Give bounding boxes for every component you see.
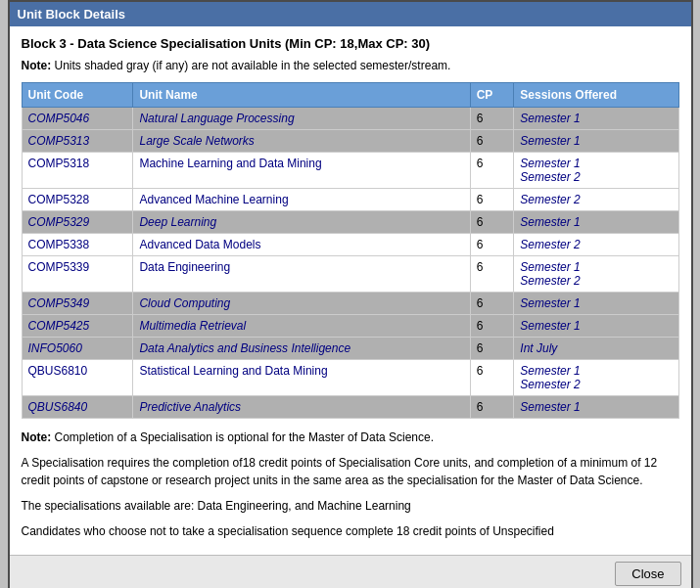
unit-sessions: Semester 2 bbox=[514, 234, 678, 256]
close-bar: Close bbox=[10, 555, 691, 588]
unit-code-link[interactable]: COMP5339 bbox=[28, 260, 90, 274]
units-table: Unit Code Unit Name CP Sessions Offered … bbox=[22, 82, 679, 419]
session-text: Semester 1 bbox=[520, 157, 580, 170]
unit-cp: 6 bbox=[470, 360, 514, 396]
unit-sessions: Semester 1 bbox=[514, 396, 678, 419]
session-text: Semester 1 bbox=[520, 400, 580, 414]
session-text: Semester 2 bbox=[520, 238, 580, 251]
session-text: Semester 2 bbox=[520, 170, 580, 184]
footer-note-text: Completion of a Specialisation is option… bbox=[55, 430, 435, 444]
unit-sessions: Semester 1 bbox=[514, 108, 678, 130]
unit-name-link[interactable]: Advanced Data Models bbox=[139, 238, 260, 251]
unit-code-link[interactable]: COMP5313 bbox=[28, 134, 90, 148]
unit-sessions: Int July bbox=[514, 338, 678, 360]
footer-para1: A Specialisation requires the completion… bbox=[22, 454, 679, 489]
table-row: QBUS6810Statistical Learning and Data Mi… bbox=[22, 360, 678, 396]
session-text: Semester 1 bbox=[520, 296, 580, 310]
table-row: COMP5318Machine Learning and Data Mining… bbox=[22, 153, 678, 189]
unit-name-link[interactable]: Data Analytics and Business Intelligence bbox=[139, 341, 350, 355]
footer-note-label: Note: bbox=[22, 430, 52, 444]
unit-cp: 6 bbox=[470, 315, 514, 338]
unit-code-link[interactable]: COMP5425 bbox=[28, 319, 90, 333]
unit-sessions: Semester 2 bbox=[514, 189, 678, 211]
close-button[interactable]: Close bbox=[615, 562, 680, 586]
unit-cp: 6 bbox=[470, 108, 514, 130]
unit-code-link[interactable]: COMP5338 bbox=[28, 238, 90, 251]
unit-code-link[interactable]: COMP5046 bbox=[28, 112, 90, 125]
session-text: Semester 1 bbox=[520, 319, 580, 333]
table-row: COMP5338Advanced Data Models6Semester 2 bbox=[22, 234, 678, 256]
unit-sessions: Semester 1 bbox=[514, 211, 678, 234]
session-text: Semester 1 bbox=[520, 364, 580, 378]
session-text: Semester 2 bbox=[520, 378, 580, 391]
footer-para3: Candidates who choose not to take a spec… bbox=[22, 522, 679, 540]
unit-sessions: Semester 1Semester 2 bbox=[514, 360, 678, 396]
col-header-name: Unit Name bbox=[133, 83, 470, 108]
unit-sessions: Semester 1 bbox=[514, 293, 678, 315]
session-text: Semester 1 bbox=[520, 134, 580, 148]
table-row: COMP5313Large Scale Networks6Semester 1 bbox=[22, 130, 678, 153]
modal-title-bar: Unit Block Details bbox=[10, 2, 691, 26]
unit-code-link[interactable]: COMP5328 bbox=[28, 193, 90, 206]
unit-sessions: Semester 1Semester 2 bbox=[514, 153, 678, 189]
table-header-row: Unit Code Unit Name CP Sessions Offered bbox=[22, 83, 678, 108]
unit-code-link[interactable]: QBUS6840 bbox=[28, 400, 88, 414]
note-line: Note: Units shaded gray (if any) are not… bbox=[22, 59, 679, 72]
unit-sessions: Semester 1Semester 2 bbox=[514, 256, 678, 293]
table-row: COMP5339Data Engineering6Semester 1Semes… bbox=[22, 256, 678, 293]
unit-code-link[interactable]: COMP5318 bbox=[28, 157, 90, 170]
unit-code-link[interactable]: COMP5329 bbox=[28, 215, 90, 229]
col-header-sessions: Sessions Offered bbox=[514, 83, 678, 108]
unit-name-link[interactable]: Statistical Learning and Data Mining bbox=[139, 364, 327, 378]
unit-name-link[interactable]: Advanced Machine Learning bbox=[139, 193, 288, 206]
unit-name-link[interactable]: Deep Learning bbox=[139, 215, 216, 229]
modal-title: Unit Block Details bbox=[18, 7, 126, 22]
table-row: COMP5328Advanced Machine Learning6Semest… bbox=[22, 189, 678, 211]
table-row: INFO5060Data Analytics and Business Inte… bbox=[22, 338, 678, 360]
unit-sessions: Semester 1 bbox=[514, 130, 678, 153]
table-row: COMP5329Deep Learning6Semester 1 bbox=[22, 211, 678, 234]
session-text: Semester 2 bbox=[520, 193, 580, 206]
unit-name-link[interactable]: Data Engineering bbox=[139, 260, 230, 274]
unit-cp: 6 bbox=[470, 211, 514, 234]
session-text: Semester 2 bbox=[520, 274, 580, 288]
session-text: Semester 1 bbox=[520, 215, 580, 229]
unit-cp: 6 bbox=[470, 396, 514, 419]
session-text: Int July bbox=[520, 341, 557, 355]
unit-cp: 6 bbox=[470, 293, 514, 315]
block-heading: Block 3 - Data Science Specialisation Un… bbox=[22, 36, 679, 51]
table-row: QBUS6840Predictive Analytics6Semester 1 bbox=[22, 396, 678, 419]
unit-name-link[interactable]: Natural Language Processing bbox=[139, 112, 294, 125]
unit-code-link[interactable]: QBUS6810 bbox=[28, 364, 88, 378]
note-body: Units shaded gray (if any) are not avail… bbox=[55, 59, 451, 72]
modal-container: Unit Block Details Block 3 - Data Scienc… bbox=[8, 0, 693, 588]
col-header-cp: CP bbox=[470, 83, 514, 108]
footer-para2: The specialisations available are: Data … bbox=[22, 497, 679, 515]
unit-name-link[interactable]: Predictive Analytics bbox=[139, 400, 241, 414]
unit-cp: 6 bbox=[470, 256, 514, 293]
unit-code-link[interactable]: INFO5060 bbox=[28, 341, 82, 355]
session-text: Semester 1 bbox=[520, 112, 580, 125]
col-header-code: Unit Code bbox=[22, 83, 133, 108]
unit-cp: 6 bbox=[470, 130, 514, 153]
unit-name-link[interactable]: Large Scale Networks bbox=[139, 134, 254, 148]
note-label: Note: bbox=[22, 59, 52, 72]
unit-name-link[interactable]: Multimedia Retrieval bbox=[139, 319, 246, 333]
table-row: COMP5046Natural Language Processing6Seme… bbox=[22, 108, 678, 130]
table-row: COMP5349Cloud Computing6Semester 1 bbox=[22, 293, 678, 315]
unit-cp: 6 bbox=[470, 153, 514, 189]
unit-name-link[interactable]: Cloud Computing bbox=[139, 296, 230, 310]
unit-code-link[interactable]: COMP5349 bbox=[28, 296, 90, 310]
unit-name-link[interactable]: Machine Learning and Data Mining bbox=[139, 157, 321, 170]
footer-note: Note: Completion of a Specialisation is … bbox=[22, 429, 679, 446]
session-text: Semester 1 bbox=[520, 260, 580, 274]
unit-cp: 6 bbox=[470, 234, 514, 256]
table-row: COMP5425Multimedia Retrieval6Semester 1 bbox=[22, 315, 678, 338]
unit-sessions: Semester 1 bbox=[514, 315, 678, 338]
modal-body: Block 3 - Data Science Specialisation Un… bbox=[10, 26, 691, 555]
unit-cp: 6 bbox=[470, 338, 514, 360]
unit-cp: 6 bbox=[470, 189, 514, 211]
